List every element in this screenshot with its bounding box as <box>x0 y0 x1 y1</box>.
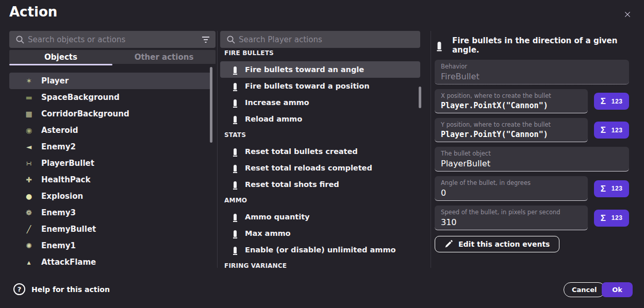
numeric-123-icon: 123 <box>612 98 623 105</box>
field-label: Behavior <box>441 63 623 70</box>
parameter-field[interactable]: The bullet objectPlayerBullet <box>435 147 629 172</box>
field-row-the-bullet-object: The bullet objectPlayerBullet <box>435 147 629 172</box>
expression-builder-button[interactable]: Σ123 <box>594 93 629 110</box>
action-row-fire-bullets-toward-an-angle[interactable]: Fire bullets toward an angle <box>220 61 420 78</box>
object-label: SpaceBackground <box>41 93 120 102</box>
object-row-explosion[interactable]: ●Explosion <box>9 188 211 204</box>
field-value[interactable]: PlayerBullet <box>441 159 623 168</box>
actions-search-input[interactable] <box>236 35 415 44</box>
bullet-icon <box>234 165 237 172</box>
field-value[interactable]: 310 <box>441 217 582 227</box>
objects-search-input[interactable] <box>25 35 201 44</box>
object-label: HealthPack <box>41 175 90 184</box>
search-icon <box>15 35 25 44</box>
parameter-fields: BehaviorFireBulletX position, where to c… <box>435 60 629 252</box>
numeric-123-icon: 123 <box>612 185 623 192</box>
tab-objects[interactable]: Objects <box>9 50 112 64</box>
panel-divider <box>217 31 218 268</box>
action-row-reload-ammo[interactable]: Reload ammo <box>220 111 420 127</box>
object-row-enemybullet[interactable]: ╱EnemyBullet <box>9 221 211 237</box>
help-label: Help for this action <box>31 285 110 294</box>
object-row-player[interactable]: ✶Player <box>9 73 211 89</box>
field-row-behavior: BehaviorFireBullet <box>435 60 629 84</box>
field-value[interactable]: Player.PointY("Cannon") <box>441 130 582 139</box>
object-label: EnemyBullet <box>41 225 96 234</box>
enemy3-object-icon: ❁ <box>21 209 37 217</box>
action-description-text: Fire bullets in the direction of a given… <box>452 36 631 55</box>
filter-icon[interactable] <box>201 36 210 43</box>
numeric-123-icon: 123 <box>612 214 623 221</box>
bullet-icon <box>234 181 237 188</box>
field-value[interactable]: Player.PointX("Cannon") <box>441 101 582 110</box>
actions-scrollbar[interactable] <box>419 87 421 108</box>
enemybullet-object-icon: ╱ <box>21 225 37 233</box>
field-value: FireBullet <box>441 72 623 81</box>
corridorbackground-object-icon: ▦ <box>21 110 37 118</box>
expression-builder-button[interactable]: Σ123 <box>594 122 629 139</box>
parameter-field[interactable]: Angle of the bullet, in degrees0 <box>435 176 588 201</box>
section-header-ammo: AMMO <box>220 195 420 206</box>
action-label: Fire bullets toward an angle <box>245 65 364 74</box>
section-header-firing-variance: FIRING VARIANCE <box>220 261 420 268</box>
object-row-enemy3[interactable]: ❁Enemy3 <box>9 204 211 221</box>
action-row-max-ammo[interactable]: Max ammo <box>220 225 420 242</box>
field-label: X position, where to create the bullet <box>441 92 582 99</box>
player-object-icon: ✶ <box>21 77 37 85</box>
tab-other-actions[interactable]: Other actions <box>112 50 216 64</box>
spacebackground-object-icon: ▬ <box>21 93 37 101</box>
object-row-enemy2[interactable]: ◄Enemy2 <box>9 139 211 155</box>
action-label: Reset total bullets created <box>245 147 358 156</box>
action-row-reset-total-reloads-completed[interactable]: Reset total reloads completed <box>220 160 420 176</box>
edit-action-events-button[interactable]: Edit this action events <box>435 236 559 252</box>
attackflame-object-icon: ▴ <box>21 258 37 266</box>
parameter-field[interactable]: Speed of the bullet, in pixels per secon… <box>435 206 588 230</box>
parameter-field: BehaviorFireBullet <box>435 60 629 84</box>
expression-builder-button[interactable]: Σ123 <box>594 180 629 197</box>
bullet-icon <box>234 99 237 106</box>
parameter-field[interactable]: X position, where to create the bulletPl… <box>435 89 588 113</box>
field-row-x-position: X position, where to create the bulletPl… <box>435 89 629 113</box>
help-for-action-link[interactable]: ? Help for this action <box>13 283 110 295</box>
sigma-icon: Σ <box>601 126 606 134</box>
action-label: Fire bullets toward a position <box>245 82 370 90</box>
field-row-angle-of-the-bullet: Angle of the bullet, in degrees0Σ123 <box>435 176 629 201</box>
healthpack-object-icon: ✚ <box>21 176 37 184</box>
sigma-icon: Σ <box>601 97 606 106</box>
panel-divider <box>431 31 431 268</box>
action-description: Fire bullets in the direction of a given… <box>438 36 631 55</box>
field-value[interactable]: 0 <box>441 188 582 198</box>
action-row-reset-total-bullets-created[interactable]: Reset total bullets created <box>220 143 420 160</box>
action-row-ammo-quantity[interactable]: Ammo quantity <box>220 209 420 225</box>
close-icon[interactable] <box>621 8 634 21</box>
cancel-button[interactable]: Cancel <box>564 282 605 297</box>
object-label: CorridorBackground <box>41 109 129 118</box>
object-label: Enemy3 <box>41 208 76 217</box>
page-title: Action <box>9 4 57 20</box>
action-row-increase-ammo[interactable]: Increase ammo <box>220 94 420 111</box>
objects-scrollbar[interactable] <box>210 67 212 143</box>
section-header-stats: STATS <box>220 130 420 140</box>
expression-builder-button[interactable]: Σ123 <box>594 210 629 227</box>
action-row-reset-total-shots-fired[interactable]: Reset total shots fired <box>220 176 420 193</box>
objects-search-bar <box>9 31 216 48</box>
object-row-healthpack[interactable]: ✚HealthPack <box>9 172 211 188</box>
ok-button[interactable]: Ok <box>602 282 633 297</box>
object-row-attackflame[interactable]: ▴AttackFlame <box>9 254 211 270</box>
object-label: Enemy2 <box>41 142 76 151</box>
bullet-icon <box>234 230 237 237</box>
action-row-enable-or-disable-unlimited-ammo[interactable]: Enable (or disable) unlimited ammo <box>220 242 420 258</box>
action-label: Reset total shots fired <box>245 180 339 189</box>
object-row-enemy1[interactable]: ✺Enemy1 <box>9 237 211 254</box>
field-label: Speed of the bullet, in pixels per secon… <box>441 209 582 216</box>
object-row-playerbullet[interactable]: ∺PlayerBullet <box>9 155 211 172</box>
object-row-spacebackground[interactable]: ▬SpaceBackground <box>9 89 211 106</box>
field-row-y-position: Y position, where to create the bulletPl… <box>435 118 629 142</box>
parameter-field[interactable]: Y position, where to create the bulletPl… <box>435 118 588 142</box>
action-label: Enable (or disable) unlimited ammo <box>245 246 395 254</box>
action-row-fire-bullets-toward-a-position[interactable]: Fire bullets toward a position <box>220 78 420 94</box>
field-label: Angle of the bullet, in degrees <box>441 179 582 186</box>
object-row-corridorbackground[interactable]: ▦CorridorBackground <box>9 106 211 122</box>
object-row-asteroid[interactable]: ◉Asteroid <box>9 122 211 139</box>
action-label: Max ammo <box>245 229 291 237</box>
left-panel-tabs: ObjectsOther actions <box>9 50 216 64</box>
